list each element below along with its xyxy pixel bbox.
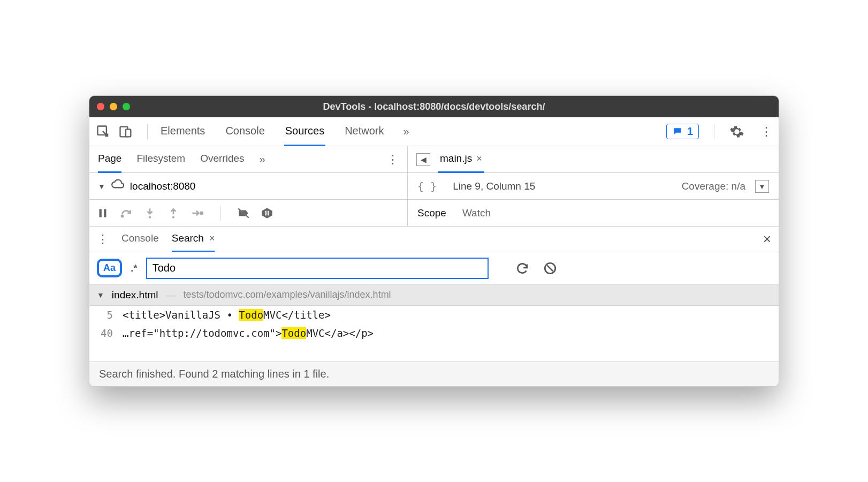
separator	[147, 124, 148, 139]
drawer-tab-search-label: Search	[172, 232, 204, 244]
svg-point-5	[121, 215, 123, 216]
navigator-tree: ▼ localhost:8080	[89, 173, 408, 199]
editor-infobar: { } Line 9, Column 15 Coverage: n/a ▼	[408, 173, 779, 199]
settings-gear-icon[interactable]	[729, 124, 744, 139]
line-content: …ref="http://todomvc.com">TodoMVC</a></p…	[123, 327, 374, 339]
svg-point-8	[201, 212, 203, 214]
cursor-position: Line 9, Column 15	[453, 180, 535, 192]
navigator-tab-page[interactable]: Page	[98, 146, 121, 173]
separator	[220, 206, 220, 221]
close-drawer-icon[interactable]: ×	[763, 231, 771, 247]
file-tab-label: main.js	[440, 153, 472, 164]
device-toolbar-icon[interactable]	[118, 124, 133, 139]
sources-subbar: Page Filesystem Overrides » ⋮ ◀ main.js …	[89, 146, 779, 173]
debugger-controls	[89, 200, 408, 226]
editor-nav-back-icon[interactable]: ◀	[416, 153, 430, 166]
separator	[714, 124, 714, 139]
match-case-button[interactable]: Aa	[97, 259, 122, 277]
feedback-count: 1	[687, 125, 693, 138]
line-content: <title>VanillaJS • TodoMVC</title>	[123, 309, 331, 321]
maximize-window-button[interactable]	[123, 103, 130, 110]
tab-watch[interactable]: Watch	[462, 207, 491, 219]
svg-rect-11	[265, 210, 267, 215]
status-bar: Search finished. Found 2 matching lines …	[89, 362, 779, 386]
close-file-tab-icon[interactable]: ×	[476, 153, 482, 164]
navigator-menu-icon[interactable]: ⋮	[387, 153, 399, 167]
svg-rect-2	[126, 129, 131, 137]
drawer-tab-console[interactable]: Console	[121, 227, 159, 252]
refresh-search-icon[interactable]	[515, 261, 529, 275]
close-window-button[interactable]	[97, 103, 104, 110]
clear-search-icon[interactable]	[543, 261, 557, 275]
line-number: 40	[97, 327, 113, 339]
tree-expand-arrow-icon[interactable]: ▼	[98, 182, 105, 191]
pause-on-exceptions-icon[interactable]	[260, 206, 274, 220]
tree-root-label[interactable]: localhost:8080	[130, 180, 196, 192]
more-tabs-chevron-icon[interactable]: »	[403, 125, 409, 138]
row-debugger: Scope Watch	[89, 200, 779, 227]
deactivate-breakpoints-icon[interactable]	[237, 206, 250, 220]
svg-point-6	[149, 216, 151, 218]
window-title: DevTools - localhost:8080/docs/devtools/…	[323, 101, 545, 112]
tab-console[interactable]: Console	[224, 117, 265, 146]
toolbar-right: 1 ⋮	[666, 124, 772, 139]
editor-dropdown-icon[interactable]: ▼	[755, 180, 769, 193]
inspect-element-icon[interactable]	[96, 124, 111, 139]
tab-elements[interactable]: Elements	[159, 117, 206, 146]
svg-rect-3	[100, 209, 102, 217]
search-input[interactable]	[146, 258, 489, 279]
close-search-tab-icon[interactable]: ×	[209, 233, 215, 244]
row-navigator-infobar: ▼ localhost:8080 { } Line 9, Column 15 C…	[89, 173, 779, 200]
result-file-name: index.html	[112, 289, 158, 301]
step-over-icon[interactable]	[119, 206, 133, 220]
match-highlight: Todo	[239, 309, 263, 321]
drawer-menu-icon[interactable]: ⋮	[97, 232, 109, 246]
navigator-tabs: Page Filesystem Overrides » ⋮	[89, 146, 408, 172]
tab-scope[interactable]: Scope	[417, 207, 446, 219]
search-actions	[515, 261, 557, 275]
result-file-path: tests/todomvc.com/examples/vanillajs/ind…	[183, 289, 391, 300]
navigator-tab-overrides[interactable]: Overrides	[200, 146, 244, 173]
main-panel-tabs: Elements Console Sources Network »	[159, 117, 658, 146]
debugger-tabs: Scope Watch	[408, 200, 500, 226]
more-menu-icon[interactable]: ⋮	[760, 125, 772, 139]
step-into-icon[interactable]	[143, 206, 157, 220]
main-toolbar: Elements Console Sources Network » 1 ⋮	[89, 117, 779, 146]
file-expand-arrow-icon[interactable]: ▼	[97, 291, 104, 299]
devtools-window: DevTools - localhost:8080/docs/devtools/…	[89, 95, 779, 387]
svg-point-7	[172, 216, 174, 218]
search-result-line[interactable]: 40 …ref="http://todomvc.com">TodoMVC</a>…	[89, 324, 779, 342]
pause-icon[interactable]	[96, 206, 110, 220]
traffic-lights	[97, 103, 130, 110]
search-toolbar: Aa .*	[89, 252, 779, 284]
editor-tabbar: ◀ main.js ×	[408, 146, 779, 172]
minimize-window-button[interactable]	[110, 103, 117, 110]
step-out-icon[interactable]	[166, 206, 180, 220]
feedback-badge[interactable]: 1	[666, 124, 699, 139]
step-icon[interactable]	[190, 206, 204, 220]
line-number: 5	[97, 309, 113, 321]
pretty-print-icon[interactable]: { }	[417, 180, 437, 193]
tab-sources[interactable]: Sources	[284, 117, 325, 146]
match-highlight: Todo	[281, 327, 306, 339]
regex-button[interactable]: .*	[131, 262, 138, 274]
search-result-line[interactable]: 5 <title>VanillaJS • TodoMVC</title>	[89, 306, 779, 324]
cloud-icon	[111, 178, 125, 194]
status-text: Search finished. Found 2 matching lines …	[99, 368, 329, 380]
file-tab-mainjs[interactable]: main.js ×	[438, 146, 484, 173]
navigator-more-chevron-icon[interactable]: »	[260, 153, 265, 165]
svg-rect-4	[104, 209, 106, 217]
drawer-tab-search[interactable]: Search ×	[172, 227, 215, 252]
coverage-label: Coverage: n/a	[682, 180, 745, 192]
svg-line-14	[547, 265, 553, 271]
search-result-file[interactable]: ▼ index.html — tests/todomvc.com/example…	[89, 284, 779, 306]
svg-rect-12	[268, 210, 269, 215]
tab-network[interactable]: Network	[344, 117, 385, 146]
drawer-tabbar: ⋮ Console Search × ×	[89, 227, 779, 252]
navigator-tab-filesystem[interactable]: Filesystem	[136, 146, 185, 173]
titlebar: DevTools - localhost:8080/docs/devtools/…	[89, 96, 779, 117]
